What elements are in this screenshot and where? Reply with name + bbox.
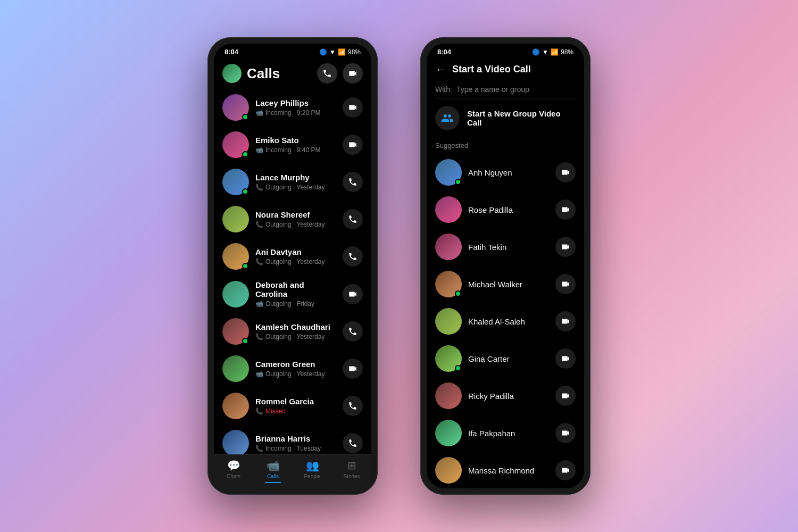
video-call-btn-9[interactable]: [555, 460, 576, 480]
contact-name-9: Rommel Garcia: [255, 397, 336, 406]
search-row[interactable]: With: Type a name or group: [427, 81, 584, 98]
call-item-1[interactable]: Lacey Phillips 📹 Incoming · 9:20 PM: [214, 89, 371, 126]
suggested-name-7: Ricky Padilla: [468, 392, 549, 401]
video-btn-icon-3: [561, 242, 570, 252]
suggested-name-9: Marissa Richmond: [468, 466, 549, 475]
nav-item-calls[interactable]: 📹 Calls: [253, 459, 293, 483]
call-type-icon: 📹: [255, 146, 263, 154]
suggested-item-1[interactable]: Anh Nguyen: [427, 154, 584, 191]
suggested-name-5: Khaled Al-Saleh: [468, 317, 549, 326]
call-action-2[interactable]: [343, 135, 363, 155]
call-item-8[interactable]: Cameron Green 📹 Outgoing · Yesterday: [214, 350, 371, 387]
call-action-5[interactable]: [343, 246, 363, 267]
nav-item-chats[interactable]: 💬 Chats: [214, 459, 253, 483]
call-item-6[interactable]: Deborah and Carolina 📹 Outgoing · Friday: [214, 275, 371, 313]
call-detail-3: 📞 Outgoing · Yesterday: [255, 184, 336, 191]
call-type-text: Incoming · 9:40 PM: [265, 146, 320, 154]
online-dot: [455, 179, 461, 185]
call-action-8[interactable]: [343, 359, 363, 379]
call-action-1[interactable]: [343, 97, 363, 118]
messenger-icon: 🔵: [319, 48, 327, 56]
call-item-5[interactable]: Ani Davtyan 📞 Outgoing · Yesterday: [214, 238, 371, 275]
time-2: 8:04: [437, 48, 451, 56]
call-item-10[interactable]: Brianna Harris 📞 Incoming · Tuesday: [214, 425, 371, 454]
suggested-item-6[interactable]: Gina Carter: [427, 340, 584, 377]
call-action-7[interactable]: [343, 321, 363, 342]
call-detail-10: 📞 Incoming · Tuesday: [255, 445, 336, 452]
call-item-9[interactable]: Rommel Garcia 📞 Missed: [214, 387, 371, 425]
phone-action-icon: [348, 327, 358, 336]
suggested-name-1: Anh Nguyen: [468, 168, 549, 177]
call-detail-8: 📹 Outgoing · Yesterday: [255, 370, 336, 378]
group-call-label: Start a New Group Video Call: [467, 109, 576, 127]
video-call-btn-6[interactable]: [555, 348, 576, 369]
suggested-item-5[interactable]: Khaled Al-Saleh: [427, 303, 584, 340]
back-button[interactable]: ←: [435, 63, 446, 76]
nav-item-stories[interactable]: ⊞ Stories: [332, 459, 371, 483]
nav-icon-chats: 💬: [227, 459, 240, 472]
suggested-item-8[interactable]: Ifa Pakpahan: [427, 414, 584, 452]
contact-name-5: Ani Davtyan: [255, 247, 336, 256]
suggested-avatar-5: [435, 308, 462, 335]
call-item-3[interactable]: Lance Murphy 📞 Outgoing · Yesterday: [214, 163, 371, 201]
calls-header: Calls: [214, 58, 371, 89]
video-icon: [348, 69, 358, 78]
call-info-3: Lance Murphy 📞 Outgoing · Yesterday: [255, 173, 336, 191]
suggested-avatar-4: [435, 271, 462, 297]
contact-avatar-3: [222, 169, 249, 195]
call-type-text: Missed: [265, 408, 286, 415]
video-call-btn-4[interactable]: [555, 274, 576, 294]
call-detail-9: 📞 Missed: [255, 408, 336, 415]
suggested-item-3[interactable]: Fatih Tekin: [427, 228, 584, 265]
nav-label-calls: Calls: [267, 473, 279, 479]
video-call-btn-3[interactable]: [555, 237, 576, 257]
phone-action-icon: [348, 438, 358, 448]
call-type-text: Outgoing · Yesterday: [265, 333, 325, 340]
suggested-item-2[interactable]: Rose Padilla: [427, 191, 584, 228]
online-dot: [242, 188, 248, 195]
battery-level: 98%: [348, 48, 361, 56]
call-action-6[interactable]: [343, 284, 363, 304]
call-type-text: Incoming · 9:20 PM: [265, 109, 320, 117]
suggested-item-4[interactable]: Michael Walker: [427, 265, 584, 303]
group-call-row[interactable]: Start a New Group Video Call: [427, 98, 584, 138]
video-call-btn-7[interactable]: [555, 386, 576, 406]
video-btn-icon-2: [561, 205, 570, 214]
call-action-9[interactable]: [343, 396, 363, 416]
call-info-10: Brianna Harris 📞 Incoming · Tuesday: [255, 434, 336, 452]
phone-call-button[interactable]: [317, 63, 337, 84]
calls-title-row: Calls: [222, 64, 280, 83]
contact-name-1: Lacey Phillips: [255, 98, 336, 107]
contact-name-8: Cameron Green: [255, 360, 336, 369]
nav-label-chats: Chats: [227, 473, 240, 479]
suggested-name-2: Rose Padilla: [468, 205, 549, 214]
call-action-3[interactable]: [343, 172, 363, 192]
nav-active-indicator: [265, 482, 281, 483]
call-item-7[interactable]: Kamlesh Chaudhari 📞 Outgoing · Yesterday: [214, 313, 371, 350]
video-call-button[interactable]: [343, 63, 363, 84]
calls-list: Lacey Phillips 📹 Incoming · 9:20 PM Emik…: [214, 89, 371, 454]
video-call-btn-1[interactable]: [555, 162, 576, 182]
signal-icon-2: 📶: [551, 48, 559, 56]
contact-avatar-4: [222, 206, 249, 232]
call-action-4[interactable]: [343, 209, 363, 229]
call-action-10[interactable]: [343, 433, 363, 453]
suggested-item-9[interactable]: Marissa Richmond: [427, 452, 584, 488]
search-input[interactable]: Type a name or group: [456, 85, 576, 94]
call-item-4[interactable]: Noura Shereef 📞 Outgoing · Yesterday: [214, 201, 371, 238]
nav-icon-stories: ⊞: [347, 459, 356, 472]
video-call-btn-5[interactable]: [555, 311, 576, 331]
group-icon-svg: [441, 112, 454, 124]
video-btn-icon-1: [561, 168, 570, 177]
video-call-btn-8[interactable]: [555, 423, 576, 443]
nav-item-people[interactable]: 👥 People: [293, 459, 332, 483]
phone-1: 8:04 🔵 ▼ 📶 98% Calls: [207, 37, 378, 495]
contact-avatar-2: [222, 131, 249, 158]
video-call-btn-2[interactable]: [555, 200, 576, 220]
call-info-1: Lacey Phillips 📹 Incoming · 9:20 PM: [255, 98, 336, 117]
call-item-2[interactable]: Emiko Sato 📹 Incoming · 9:40 PM: [214, 126, 371, 163]
video-action-icon: [348, 289, 358, 299]
nav-icon-people: 👥: [306, 459, 319, 472]
time-1: 8:04: [225, 48, 238, 56]
suggested-item-7[interactable]: Ricky Padilla: [427, 377, 584, 414]
